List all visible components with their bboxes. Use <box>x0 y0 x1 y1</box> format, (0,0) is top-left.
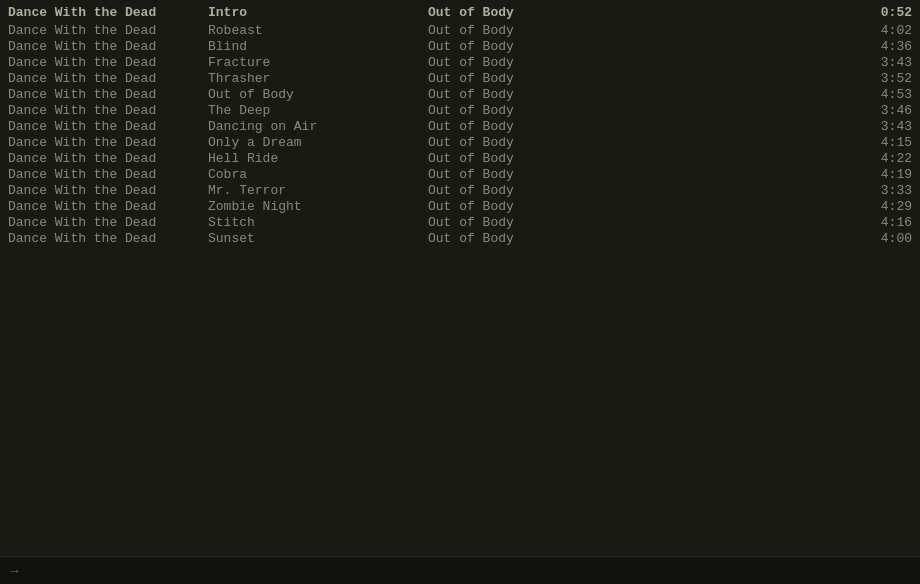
table-row[interactable]: Dance With the DeadBlindOut of Body4:36 <box>0 38 920 54</box>
track-artist: Dance With the Dead <box>8 183 208 198</box>
track-title: The Deep <box>208 103 428 118</box>
track-artist: Dance With the Dead <box>8 119 208 134</box>
track-album: Out of Body <box>428 215 852 230</box>
track-artist: Dance With the Dead <box>8 55 208 70</box>
track-title: Stitch <box>208 215 428 230</box>
track-artist: Dance With the Dead <box>8 23 208 38</box>
track-album: Out of Body <box>428 167 852 182</box>
table-row[interactable]: Dance With the DeadCobraOut of Body4:19 <box>0 166 920 182</box>
table-row[interactable]: Dance With the DeadMr. TerrorOut of Body… <box>0 182 920 198</box>
table-row[interactable]: Dance With the DeadFractureOut of Body3:… <box>0 54 920 70</box>
track-album: Out of Body <box>428 103 852 118</box>
track-title: Sunset <box>208 231 428 246</box>
table-row[interactable]: Dance With the DeadThe DeepOut of Body3:… <box>0 102 920 118</box>
track-artist: Dance With the Dead <box>8 39 208 54</box>
track-artist: Dance With the Dead <box>8 199 208 214</box>
track-duration: 4:15 <box>852 135 912 150</box>
track-album: Out of Body <box>428 55 852 70</box>
track-duration: 3:33 <box>852 183 912 198</box>
track-duration: 3:46 <box>852 103 912 118</box>
track-artist: Dance With the Dead <box>8 167 208 182</box>
track-album: Out of Body <box>428 151 852 166</box>
track-duration: 4:19 <box>852 167 912 182</box>
track-album: Out of Body <box>428 87 852 102</box>
header-album: Out of Body <box>428 5 852 20</box>
track-title: Robeast <box>208 23 428 38</box>
table-row[interactable]: Dance With the DeadDancing on AirOut of … <box>0 118 920 134</box>
track-artist: Dance With the Dead <box>8 135 208 150</box>
track-title: Zombie Night <box>208 199 428 214</box>
table-row[interactable]: Dance With the DeadStitchOut of Body4:16 <box>0 214 920 230</box>
table-row[interactable]: Dance With the DeadZombie NightOut of Bo… <box>0 198 920 214</box>
table-row[interactable]: Dance With the DeadOnly a DreamOut of Bo… <box>0 134 920 150</box>
bottom-bar: → <box>0 556 920 584</box>
track-album: Out of Body <box>428 23 852 38</box>
track-title: Blind <box>208 39 428 54</box>
arrow-icon: → <box>10 563 18 579</box>
header-duration: 0:52 <box>852 5 912 20</box>
header-title: Intro <box>208 5 428 20</box>
track-artist: Dance With the Dead <box>8 231 208 246</box>
track-title: Mr. Terror <box>208 183 428 198</box>
track-artist: Dance With the Dead <box>8 87 208 102</box>
track-title: Out of Body <box>208 87 428 102</box>
track-list: Dance With the Dead Intro Out of Body 0:… <box>0 0 920 250</box>
track-album: Out of Body <box>428 183 852 198</box>
track-duration: 4:29 <box>852 199 912 214</box>
track-artist: Dance With the Dead <box>8 215 208 230</box>
table-row[interactable]: Dance With the DeadHell RideOut of Body4… <box>0 150 920 166</box>
track-duration: 3:43 <box>852 55 912 70</box>
track-artist: Dance With the Dead <box>8 71 208 86</box>
table-row[interactable]: Dance With the DeadRobeastOut of Body4:0… <box>0 22 920 38</box>
track-duration: 3:43 <box>852 119 912 134</box>
table-row[interactable]: Dance With the DeadOut of BodyOut of Bod… <box>0 86 920 102</box>
track-title: Cobra <box>208 167 428 182</box>
track-album: Out of Body <box>428 39 852 54</box>
track-title: Fracture <box>208 55 428 70</box>
track-duration: 4:02 <box>852 23 912 38</box>
track-title: Only a Dream <box>208 135 428 150</box>
track-title: Hell Ride <box>208 151 428 166</box>
table-row[interactable]: Dance With the DeadSunsetOut of Body4:00 <box>0 230 920 246</box>
track-title: Thrasher <box>208 71 428 86</box>
track-album: Out of Body <box>428 71 852 86</box>
track-album: Out of Body <box>428 231 852 246</box>
track-artist: Dance With the Dead <box>8 151 208 166</box>
track-duration: 4:53 <box>852 87 912 102</box>
header-artist: Dance With the Dead <box>8 5 208 20</box>
track-duration: 3:52 <box>852 71 912 86</box>
track-list-header: Dance With the Dead Intro Out of Body 0:… <box>0 4 920 20</box>
track-duration: 4:22 <box>852 151 912 166</box>
track-title: Dancing on Air <box>208 119 428 134</box>
track-album: Out of Body <box>428 119 852 134</box>
track-duration: 4:00 <box>852 231 912 246</box>
track-duration: 4:36 <box>852 39 912 54</box>
track-album: Out of Body <box>428 199 852 214</box>
track-artist: Dance With the Dead <box>8 103 208 118</box>
track-duration: 4:16 <box>852 215 912 230</box>
track-album: Out of Body <box>428 135 852 150</box>
table-row[interactable]: Dance With the DeadThrasherOut of Body3:… <box>0 70 920 86</box>
